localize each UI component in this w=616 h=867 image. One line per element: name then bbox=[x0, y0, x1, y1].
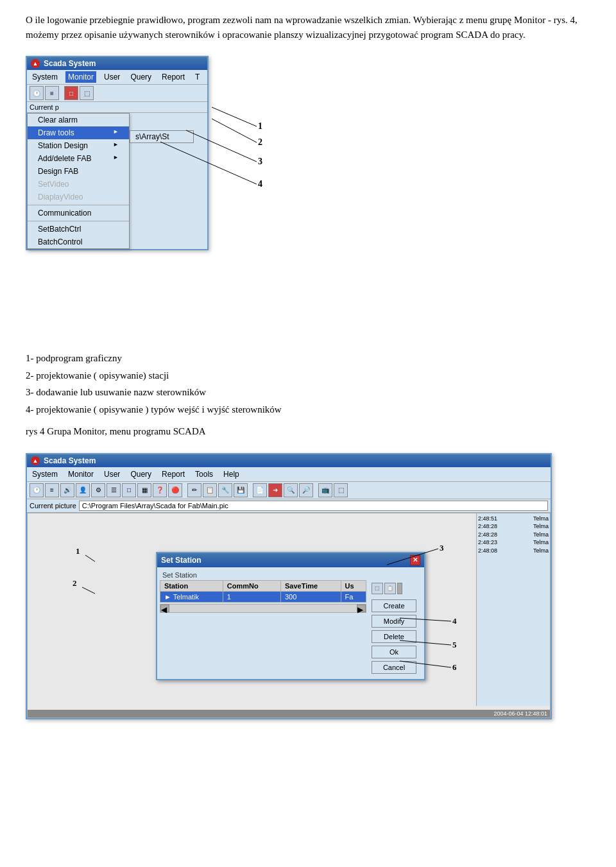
title-text-1: Scada System bbox=[44, 59, 96, 68]
tb-icon3[interactable]: □ bbox=[64, 86, 78, 100]
tb2-icon20[interactable]: ⬚ bbox=[334, 483, 348, 497]
set-station-dialog[interactable]: Set Station ✕ Set Station Station CommNo bbox=[156, 552, 425, 680]
svg-text:4: 4 bbox=[452, 616, 457, 626]
submenu-path-text: s\Array\St bbox=[135, 132, 169, 141]
col-savetime: SaveTime bbox=[281, 580, 341, 591]
tb2-icon6[interactable]: ☰ bbox=[107, 483, 121, 497]
dialog-title-text: Set Station bbox=[161, 556, 201, 565]
dialog-close-button[interactable]: ✕ bbox=[410, 555, 420, 565]
tb2-icon7[interactable]: □ bbox=[122, 483, 136, 497]
svg-text:3: 3 bbox=[258, 157, 262, 166]
tb2-icon8[interactable]: ▦ bbox=[137, 483, 151, 497]
menu2-user[interactable]: User bbox=[101, 468, 123, 480]
dialog-scroll-vertical[interactable] bbox=[397, 583, 402, 594]
tb2-icon9[interactable]: ❓ bbox=[153, 483, 167, 497]
tb2-settings-icon[interactable]: ⚙ bbox=[91, 483, 105, 497]
menu2-help[interactable]: Help bbox=[221, 468, 242, 480]
svg-text:2: 2 bbox=[258, 137, 262, 147]
dialog-icon2[interactable]: 📋 bbox=[384, 583, 396, 594]
tb2-clock-icon[interactable]: 🕐 bbox=[30, 483, 44, 497]
dialog-table-area: Station CommNo SaveTime Us Telmatik bbox=[160, 580, 366, 613]
current-pic-label-1: Current p bbox=[30, 103, 59, 111]
menubar-2[interactable]: System Monitor User Query Report Tools H… bbox=[27, 467, 551, 482]
menu-draw-tools[interactable]: Draw tools bbox=[28, 126, 129, 139]
dialog-buttons-panel: ⬚ 📋 Create Modify Delete Ok Cancel bbox=[366, 580, 422, 676]
tb2-bars-icon[interactable]: ≡ bbox=[45, 483, 59, 497]
tb2-icon19[interactable]: 📺 bbox=[318, 483, 332, 497]
tb2-icon14[interactable]: 💾 bbox=[234, 483, 248, 497]
figure1-caption: rys 4 Grupa Monitor, menu programu SCADA bbox=[26, 424, 590, 439]
dialog-icon1[interactable]: ⬚ bbox=[372, 583, 383, 594]
dialog-subtitle: Set Station bbox=[160, 570, 422, 580]
menu2-query[interactable]: Query bbox=[128, 468, 154, 480]
scada-window-2: ▲ Scada System System Monitor User Query… bbox=[26, 453, 552, 719]
create-button[interactable]: Create bbox=[372, 599, 416, 612]
menu2-system[interactable]: System bbox=[30, 468, 60, 480]
modify-button[interactable]: Modify bbox=[372, 615, 416, 628]
menu-monitor[interactable]: Monitor bbox=[65, 71, 96, 83]
menu-station-design[interactable]: Station Design bbox=[28, 139, 129, 152]
table-row[interactable]: Telmatik 1 300 Fa bbox=[160, 591, 366, 602]
figure1-container: ▲ Scada System System Monitor User Query… bbox=[26, 49, 295, 345]
cancel-button[interactable]: Cancel bbox=[372, 661, 416, 674]
title-icon-1: ▲ bbox=[31, 59, 40, 68]
title-text-2: Scada System bbox=[44, 456, 96, 465]
tb2-icon15[interactable]: 📄 bbox=[253, 483, 267, 497]
intro-text: O ile logowanie przebiegnie prawidłowo, … bbox=[26, 15, 578, 40]
tb-clock-icon[interactable]: 🕐 bbox=[30, 86, 44, 100]
svg-text:3: 3 bbox=[440, 543, 444, 553]
menu-t[interactable]: T bbox=[193, 71, 202, 83]
tb2-icon18[interactable]: 🔎 bbox=[299, 483, 313, 497]
svg-text:2: 2 bbox=[73, 578, 77, 588]
menu-communication[interactable]: Communication bbox=[28, 207, 129, 219]
intro-paragraph: O ile logowanie przebiegnie prawidłowo, … bbox=[26, 13, 590, 42]
svg-text:4: 4 bbox=[258, 179, 262, 189]
tb2-user-icon[interactable]: 👤 bbox=[76, 483, 90, 497]
monitor-dropdown[interactable]: Clear alarm Draw tools Station Design Ad… bbox=[27, 113, 130, 249]
tb2-icon10[interactable]: 🔴 bbox=[168, 483, 182, 497]
date-bar: 2004-06-04 12:48:01 bbox=[28, 710, 550, 717]
tb2-arrow-right-icon[interactable]: ➜ bbox=[268, 483, 282, 497]
tb2-icon11[interactable]: ✏ bbox=[187, 483, 201, 497]
menu-design-fab[interactable]: Design FAB bbox=[28, 165, 129, 178]
menu2-tools[interactable]: Tools bbox=[193, 468, 216, 480]
menu-display-video: DiaplayVideo bbox=[28, 191, 129, 203]
toolbar-2: 🕐 ≡ 🔊 👤 ⚙ ☰ □ ▦ ❓ 🔴 ✏ 📋 🔧 💾 📄 ➜ 🔍 🔎 📺 ⬚ bbox=[27, 482, 551, 499]
dialog-titlebar: Set Station ✕ bbox=[157, 553, 424, 567]
tb-bars-icon[interactable]: ≡ bbox=[45, 86, 59, 100]
scroll-left-btn[interactable]: ◀ bbox=[160, 605, 169, 612]
tb2-sound-icon[interactable]: 🔊 bbox=[60, 483, 74, 497]
ok-button[interactable]: Ok bbox=[372, 646, 416, 658]
menu-query[interactable]: Query bbox=[128, 71, 154, 83]
tb2-icon17[interactable]: 🔍 bbox=[284, 483, 298, 497]
menu-sep-1 bbox=[28, 205, 129, 205]
menu-batch-control[interactable]: BatchControl bbox=[28, 236, 129, 248]
status-log: 2:48:51Telma 2:48:28Telma 2:48:28Telma 2… bbox=[476, 513, 550, 706]
station-table: Station CommNo SaveTime Us Telmatik bbox=[160, 580, 366, 603]
menu-add-delete-fab[interactable]: Add/delete FAB bbox=[28, 152, 129, 165]
delete-button[interactable]: Delete bbox=[372, 630, 416, 643]
scada-window-1: ▲ Scada System System Monitor User Query… bbox=[26, 56, 209, 250]
horizontal-scrollbar[interactable]: ◀ ▶ bbox=[160, 604, 366, 613]
submenu-stub: s\Array\St bbox=[130, 130, 194, 143]
tb-icon4[interactable]: ⬚ bbox=[80, 86, 94, 100]
current-pic-bar-2: Current picture C:\Program Files\Array\S… bbox=[27, 499, 551, 513]
menu-system[interactable]: System bbox=[30, 71, 60, 83]
title-icon-2: ▲ bbox=[31, 456, 40, 465]
titlebar-1: ▲ Scada System bbox=[27, 57, 207, 70]
menu-report[interactable]: Report bbox=[159, 71, 187, 83]
list-container: 1- podprogram graficzny 2- projektowanie… bbox=[26, 351, 590, 416]
menu-set-batch-ctrl[interactable]: SetBatchCtrl bbox=[28, 223, 129, 236]
scroll-right-btn[interactable]: ▶ bbox=[357, 605, 366, 612]
menu-user[interactable]: User bbox=[101, 71, 123, 83]
tb2-icon12[interactable]: 📋 bbox=[203, 483, 217, 497]
menubar-1[interactable]: System Monitor User Query Report T bbox=[27, 70, 207, 85]
svg-line-10 bbox=[82, 587, 95, 594]
menu-clear-alarm[interactable]: Clear alarm bbox=[28, 114, 129, 126]
menu2-monitor[interactable]: Monitor bbox=[65, 468, 96, 480]
cell-commno: 1 bbox=[223, 591, 280, 602]
svg-line-0 bbox=[212, 107, 257, 126]
tb2-icon13[interactable]: 🔧 bbox=[218, 483, 232, 497]
list-item-2: 2- projektowanie ( opisywanie) stacji bbox=[26, 368, 590, 383]
menu2-report[interactable]: Report bbox=[159, 468, 187, 480]
